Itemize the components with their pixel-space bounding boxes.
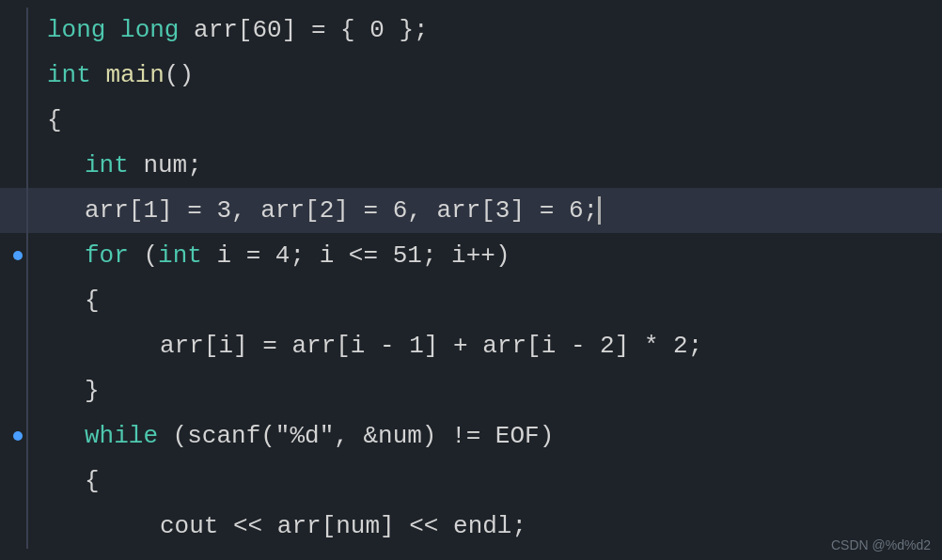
line-content-4: int num; [28, 143, 202, 188]
line-content-12: cout << arr[num] << endl; [28, 504, 526, 549]
space [91, 53, 106, 98]
parens: () [165, 53, 194, 98]
for-body: i = 4; i <= 51; i++) [202, 233, 510, 278]
line-content-7: { [28, 278, 100, 323]
line-content-10: while (scanf("%d", &num) != EOF) [28, 413, 554, 459]
code-line-4: int num; [0, 143, 942, 188]
code-line-3: { [0, 98, 942, 143]
line-gutter-4 [0, 143, 28, 188]
brace-while-open: { [85, 459, 100, 504]
keyword-while: while [85, 413, 158, 459]
var-num: num; [129, 143, 202, 188]
line-gutter-8 [0, 323, 28, 368]
brace-for-close: } [85, 368, 100, 413]
keyword-long2: long [120, 8, 179, 53]
minus2: - [571, 323, 586, 368]
minus1: - [380, 323, 395, 368]
arr-assignment: arr[1] = 3, arr[2] = 6, arr[3] = 6; [85, 188, 598, 233]
cout-statement: cout << arr[num] << endl; [160, 504, 526, 549]
code-line-9: } [0, 368, 942, 413]
code-line-6: for ( int i = 4; i <= 51; i++) [0, 233, 942, 278]
keyword-int: int [47, 53, 91, 98]
line-content-8: arr[i] = arr[i - 1] + arr[i - 2] * 2; [28, 323, 702, 368]
watermark: CSDN @%d%d2 [831, 537, 931, 552]
line-content-6: for ( int i = 4; i <= 51; i++) [28, 233, 510, 278]
line-gutter-10 [0, 413, 28, 459]
keyword-for: for [85, 233, 129, 278]
line-content-9: } [28, 368, 100, 413]
brace-open: { [47, 98, 62, 143]
line-gutter-11 [0, 459, 28, 504]
brace-for-open: { [85, 278, 100, 323]
arr-formula3: 2] * 2; [586, 323, 703, 368]
arr-formula: arr[i] = arr[i [160, 323, 380, 368]
line-gutter-1 [0, 8, 28, 53]
line-gutter-5 [0, 188, 28, 233]
line-gutter-3 [0, 98, 28, 143]
arr-formula2: 1] + arr[i [395, 323, 571, 368]
keyword-long: long [47, 8, 105, 53]
line-gutter-6 [0, 233, 28, 278]
line-content-11: { [28, 459, 100, 504]
line-gutter-12 [0, 504, 28, 549]
code-line-2: int main () [0, 53, 942, 98]
code-line-1: long long arr[60] = { 0 }; [0, 8, 942, 53]
keyword-int3: int [158, 233, 202, 278]
code-line-7: { [0, 278, 942, 323]
line-content-5: arr[1] = 3, arr[2] = 6, arr[3] = 6; [28, 188, 601, 233]
text-cursor [598, 196, 601, 225]
line-gutter-2 [0, 53, 28, 98]
keyword-int2: int [85, 143, 129, 188]
breakpoint-dot [13, 251, 23, 260]
line-content-1: long long arr[60] = { 0 }; [28, 8, 429, 53]
code-line-11: { [0, 459, 942, 504]
line-content-2: int main () [28, 53, 194, 98]
for-open: ( [129, 233, 158, 278]
code-editor: long long arr[60] = { 0 }; int main () {… [0, 0, 942, 560]
code-text: arr[60] = { 0 }; [179, 8, 428, 53]
code-line-5: arr[1] = 3, arr[2] = 6, arr[3] = 6; [0, 188, 942, 233]
code-line-12: cout << arr[num] << endl; [0, 504, 942, 549]
func-main: main [105, 53, 164, 98]
while-body: (scanf("%d", &num) != EOF) [158, 413, 554, 459]
line-gutter-9 [0, 368, 28, 413]
breakpoint-dot2 [13, 431, 23, 441]
line-content-3: { [28, 98, 62, 143]
space [105, 8, 120, 53]
line-gutter-7 [0, 278, 28, 323]
code-line-8: arr[i] = arr[i - 1] + arr[i - 2] * 2; [0, 323, 942, 368]
code-line-10: while (scanf("%d", &num) != EOF) [0, 413, 942, 459]
